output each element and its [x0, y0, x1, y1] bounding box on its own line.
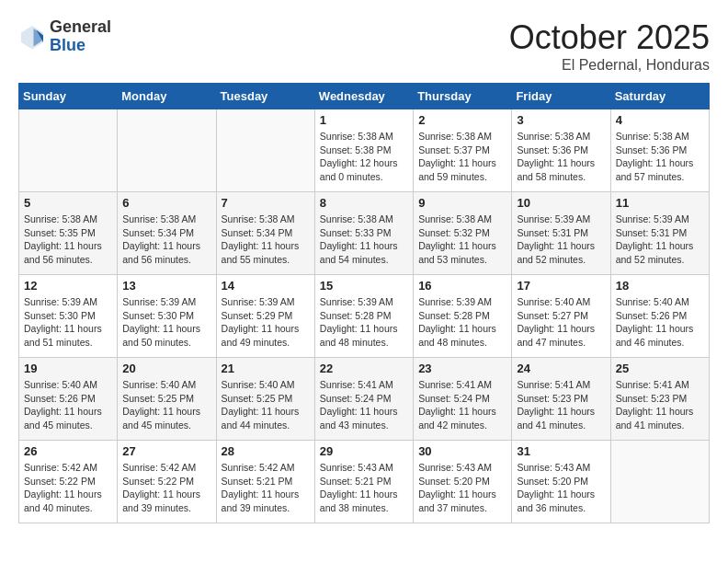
day-cell — [216, 109, 314, 192]
header-cell-tuesday: Tuesday — [216, 84, 314, 109]
day-info: Sunrise: 5:40 AM Sunset: 5:27 PM Dayligh… — [517, 295, 605, 350]
day-cell: 6Sunrise: 5:38 AM Sunset: 5:34 PM Daylig… — [118, 192, 216, 275]
day-info: Sunrise: 5:43 AM Sunset: 5:20 PM Dayligh… — [517, 461, 605, 515]
day-cell: 15Sunrise: 5:39 AM Sunset: 5:28 PM Dayli… — [314, 275, 413, 358]
day-cell: 29Sunrise: 5:43 AM Sunset: 5:21 PM Dayli… — [314, 441, 413, 523]
day-number: 7 — [222, 196, 310, 210]
day-number: 21 — [222, 362, 310, 375]
day-cell: 19Sunrise: 5:40 AM Sunset: 5:26 PM Dayli… — [19, 358, 118, 441]
day-number: 31 — [517, 444, 605, 458]
day-cell: 9Sunrise: 5:38 AM Sunset: 5:32 PM Daylig… — [414, 192, 512, 275]
day-number: 4 — [616, 113, 704, 127]
day-number: 14 — [222, 279, 310, 293]
day-info: Sunrise: 5:39 AM Sunset: 5:28 PM Dayligh… — [320, 295, 408, 350]
day-info: Sunrise: 5:39 AM Sunset: 5:31 PM Dayligh… — [517, 213, 605, 267]
day-cell — [19, 109, 118, 192]
day-number: 1 — [320, 113, 408, 127]
logo-text: General Blue — [50, 18, 111, 55]
day-number: 2 — [418, 113, 506, 127]
day-cell: 24Sunrise: 5:41 AM Sunset: 5:23 PM Dayli… — [512, 358, 610, 441]
day-cell: 30Sunrise: 5:43 AM Sunset: 5:20 PM Dayli… — [414, 441, 512, 523]
day-info: Sunrise: 5:42 AM Sunset: 5:22 PM Dayligh… — [24, 461, 112, 515]
day-info: Sunrise: 5:41 AM Sunset: 5:23 PM Dayligh… — [616, 378, 704, 432]
day-number: 8 — [320, 196, 408, 210]
day-number: 12 — [24, 279, 112, 293]
day-cell: 31Sunrise: 5:43 AM Sunset: 5:20 PM Dayli… — [512, 441, 610, 523]
day-cell: 22Sunrise: 5:41 AM Sunset: 5:24 PM Dayli… — [314, 358, 413, 441]
day-cell: 8Sunrise: 5:38 AM Sunset: 5:33 PM Daylig… — [314, 192, 413, 275]
day-info: Sunrise: 5:42 AM Sunset: 5:22 PM Dayligh… — [122, 461, 210, 515]
day-number: 28 — [222, 444, 310, 458]
day-number: 25 — [616, 362, 704, 375]
header-cell-friday: Friday — [512, 84, 610, 109]
day-number: 15 — [320, 279, 408, 293]
day-info: Sunrise: 5:40 AM Sunset: 5:26 PM Dayligh… — [616, 295, 704, 350]
day-info: Sunrise: 5:43 AM Sunset: 5:20 PM Dayligh… — [418, 461, 506, 515]
calendar-header: SundayMondayTuesdayWednesdayThursdayFrid… — [19, 84, 710, 109]
day-cell — [610, 441, 709, 523]
day-number: 11 — [616, 196, 704, 210]
day-cell: 12Sunrise: 5:39 AM Sunset: 5:30 PM Dayli… — [19, 275, 118, 358]
day-info: Sunrise: 5:42 AM Sunset: 5:21 PM Dayligh… — [222, 461, 310, 515]
day-number: 30 — [418, 444, 506, 458]
day-number: 13 — [122, 279, 210, 293]
day-number: 10 — [517, 196, 605, 210]
day-number: 19 — [24, 362, 112, 375]
day-info: Sunrise: 5:39 AM Sunset: 5:28 PM Dayligh… — [418, 295, 506, 350]
logo-icon — [18, 23, 46, 51]
day-cell: 5Sunrise: 5:38 AM Sunset: 5:35 PM Daylig… — [19, 192, 118, 275]
day-info: Sunrise: 5:38 AM Sunset: 5:32 PM Dayligh… — [418, 213, 506, 267]
logo: General Blue — [18, 18, 111, 55]
week-row-3: 19Sunrise: 5:40 AM Sunset: 5:26 PM Dayli… — [19, 358, 710, 441]
day-cell: 17Sunrise: 5:40 AM Sunset: 5:27 PM Dayli… — [512, 275, 610, 358]
day-number: 27 — [122, 444, 210, 458]
day-info: Sunrise: 5:40 AM Sunset: 5:26 PM Dayligh… — [24, 378, 112, 432]
day-info: Sunrise: 5:38 AM Sunset: 5:35 PM Dayligh… — [24, 213, 112, 267]
location: El Pedernal, Honduras — [509, 57, 710, 74]
day-number: 3 — [517, 113, 605, 127]
day-cell: 14Sunrise: 5:39 AM Sunset: 5:29 PM Dayli… — [216, 275, 314, 358]
day-info: Sunrise: 5:38 AM Sunset: 5:34 PM Dayligh… — [222, 213, 310, 267]
day-cell: 21Sunrise: 5:40 AM Sunset: 5:25 PM Dayli… — [216, 358, 314, 441]
day-info: Sunrise: 5:38 AM Sunset: 5:36 PM Dayligh… — [616, 130, 704, 184]
header-row: SundayMondayTuesdayWednesdayThursdayFrid… — [19, 84, 710, 109]
header-cell-saturday: Saturday — [610, 84, 709, 109]
header-cell-monday: Monday — [118, 84, 216, 109]
day-number: 22 — [320, 362, 408, 375]
header-cell-thursday: Thursday — [414, 84, 512, 109]
day-info: Sunrise: 5:39 AM Sunset: 5:30 PM Dayligh… — [122, 295, 210, 350]
day-cell: 27Sunrise: 5:42 AM Sunset: 5:22 PM Dayli… — [118, 441, 216, 523]
day-cell: 16Sunrise: 5:39 AM Sunset: 5:28 PM Dayli… — [414, 275, 512, 358]
day-cell: 4Sunrise: 5:38 AM Sunset: 5:36 PM Daylig… — [610, 109, 709, 192]
day-info: Sunrise: 5:41 AM Sunset: 5:24 PM Dayligh… — [418, 378, 506, 432]
day-number: 16 — [418, 279, 506, 293]
day-info: Sunrise: 5:39 AM Sunset: 5:31 PM Dayligh… — [616, 213, 704, 267]
day-info: Sunrise: 5:38 AM Sunset: 5:37 PM Dayligh… — [418, 130, 506, 184]
day-number: 20 — [122, 362, 210, 375]
day-cell: 7Sunrise: 5:38 AM Sunset: 5:34 PM Daylig… — [216, 192, 314, 275]
day-cell: 28Sunrise: 5:42 AM Sunset: 5:21 PM Dayli… — [216, 441, 314, 523]
day-info: Sunrise: 5:40 AM Sunset: 5:25 PM Dayligh… — [222, 378, 310, 432]
day-cell: 10Sunrise: 5:39 AM Sunset: 5:31 PM Dayli… — [512, 192, 610, 275]
week-row-1: 5Sunrise: 5:38 AM Sunset: 5:35 PM Daylig… — [19, 192, 710, 275]
day-cell: 20Sunrise: 5:40 AM Sunset: 5:25 PM Dayli… — [118, 358, 216, 441]
week-row-2: 12Sunrise: 5:39 AM Sunset: 5:30 PM Dayli… — [19, 275, 710, 358]
day-cell — [118, 109, 216, 192]
day-info: Sunrise: 5:39 AM Sunset: 5:29 PM Dayligh… — [222, 295, 310, 350]
day-info: Sunrise: 5:39 AM Sunset: 5:30 PM Dayligh… — [24, 295, 112, 350]
day-info: Sunrise: 5:41 AM Sunset: 5:24 PM Dayligh… — [320, 378, 408, 432]
day-info: Sunrise: 5:38 AM Sunset: 5:33 PM Dayligh… — [320, 213, 408, 267]
day-info: Sunrise: 5:40 AM Sunset: 5:25 PM Dayligh… — [122, 378, 210, 432]
logo-general: General — [50, 18, 111, 37]
page-header: General Blue October 2025 El Pedernal, H… — [18, 18, 710, 74]
header-cell-sunday: Sunday — [19, 84, 118, 109]
day-cell: 2Sunrise: 5:38 AM Sunset: 5:37 PM Daylig… — [414, 109, 512, 192]
day-number: 9 — [418, 196, 506, 210]
day-number: 5 — [24, 196, 112, 210]
day-number: 23 — [418, 362, 506, 375]
month-title: October 2025 — [509, 18, 710, 57]
day-number: 17 — [517, 279, 605, 293]
logo-blue: Blue — [50, 37, 111, 55]
title-block: October 2025 El Pedernal, Honduras — [509, 18, 710, 74]
day-cell: 25Sunrise: 5:41 AM Sunset: 5:23 PM Dayli… — [610, 358, 709, 441]
